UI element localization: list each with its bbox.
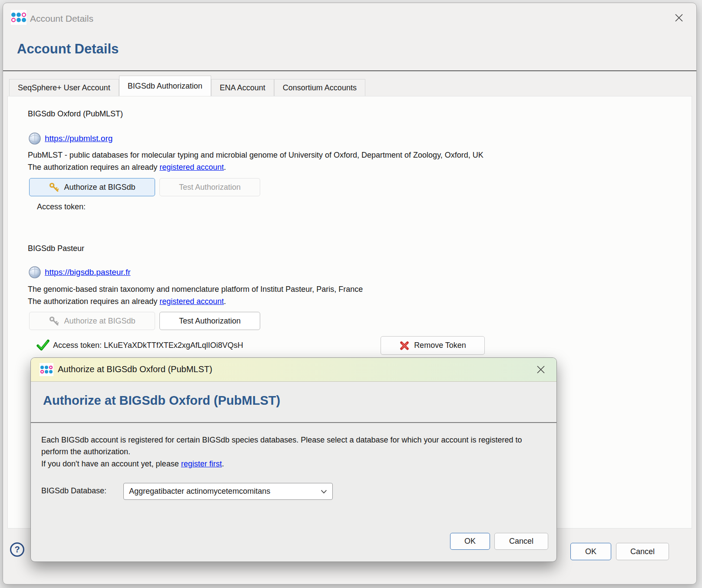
key-icon	[49, 316, 60, 327]
modal-body-text: Each BIGSdb account is registered for ce…	[41, 434, 549, 458]
oxford-access-token-label: Access token:	[37, 202, 86, 211]
pasteur-registered-account-link[interactable]: registered account	[159, 297, 224, 306]
oxford-auth-note: The authorization requires an already re…	[28, 163, 226, 172]
bigsdb-database-select[interactable]: Aggregatibacter actinomycetemcomitans	[123, 483, 333, 500]
key-icon	[49, 182, 60, 193]
globe-icon	[28, 132, 41, 145]
modal-register-note: If you don't have an account yet, please…	[41, 459, 224, 469]
check-icon	[36, 339, 50, 352]
register-first-link[interactable]: register first	[181, 459, 222, 468]
window-titlebar: Account Details	[3, 3, 696, 31]
modal-close-icon[interactable]	[533, 363, 549, 377]
pasteur-access-token-value: LKuEYaXDkTTfXTEx2xgAfLqlIOi8VQsH	[104, 341, 243, 350]
oxford-test-authorization-button[interactable]: Test Authorization	[159, 178, 260, 196]
red-cross-icon	[399, 340, 410, 351]
oxford-description: PubMLST - public databases for molecular…	[28, 151, 483, 160]
chevron-down-icon	[321, 489, 327, 494]
cancel-button[interactable]: Cancel	[616, 543, 669, 560]
tab-bigsdb-authorization[interactable]: BIGSdb Authorization	[119, 76, 211, 96]
pasteur-test-authorization-button[interactable]: Test Authorization	[159, 312, 260, 330]
ok-button[interactable]: OK	[570, 543, 611, 560]
remove-token-button[interactable]: Remove Token	[381, 336, 485, 355]
tab-consortium-accounts[interactable]: Consortium Accounts	[274, 79, 365, 96]
bigsdb-database-label: BIGSdb Database:	[41, 486, 106, 496]
help-icon[interactable]: ?	[10, 542, 24, 557]
oxford-link-row: https://pubmlst.org	[28, 132, 113, 145]
close-icon[interactable]	[671, 11, 687, 25]
tab-bar: SeqSphere+ User Account BIGSdb Authoriza…	[9, 76, 365, 96]
pasteur-section-title: BIGSdb Pasteur	[28, 244, 84, 253]
modal-heading: Authorize at BIGSdb Oxford (PubMLST)	[43, 393, 280, 408]
page-title: Account Details	[17, 41, 119, 57]
oxford-section-title: BIGSdb Oxford (PubMLST)	[28, 109, 123, 119]
modal-titlebar: Authorize at BIGSdb Oxford (PubMLST)	[31, 358, 556, 382]
tab-seqsphere-user-account[interactable]: SeqSphere+ User Account	[9, 79, 119, 96]
modal-ok-button[interactable]: OK	[450, 533, 490, 550]
oxford-registered-account-link[interactable]: registered account	[159, 163, 224, 172]
app-logo-icon	[40, 363, 53, 376]
pasteur-auth-note: The authorization requires an already re…	[28, 297, 226, 306]
modal-title: Authorize at BIGSdb Oxford (PubMLST)	[58, 364, 212, 374]
window-title: Account Details	[30, 13, 93, 24]
pasteur-link-row: https://bigsdb.pasteur.fr	[28, 266, 131, 279]
modal-cancel-button[interactable]: Cancel	[494, 533, 548, 550]
oxford-button-row: Authorize at BIGSdb Test Authorization	[29, 178, 260, 196]
pasteur-url-link[interactable]: https://bigsdb.pasteur.fr	[45, 268, 131, 277]
pasteur-access-token: Access token: LKuEYaXDkTTfXTEx2xgAfLqlIO…	[53, 341, 243, 350]
globe-icon	[28, 266, 41, 279]
oxford-authorize-button[interactable]: Authorize at BIGSdb	[29, 178, 155, 196]
pasteur-description: The genomic-based strain taxonomy and no…	[28, 285, 363, 294]
app-logo-icon	[11, 10, 26, 25]
tab-ena-account[interactable]: ENA Account	[211, 79, 274, 96]
oxford-url-link[interactable]: https://pubmlst.org	[45, 134, 113, 143]
authorize-modal: Authorize at BIGSdb Oxford (PubMLST) Aut…	[30, 357, 557, 562]
bigsdb-database-selected-value: Aggregatibacter actinomycetemcomitans	[129, 487, 270, 496]
pasteur-button-row: Authorize at BIGSdb Test Authorization	[29, 312, 260, 330]
header-divider	[3, 70, 696, 71]
pasteur-authorize-button[interactable]: Authorize at BIGSdb	[29, 312, 155, 330]
modal-divider	[31, 422, 556, 423]
